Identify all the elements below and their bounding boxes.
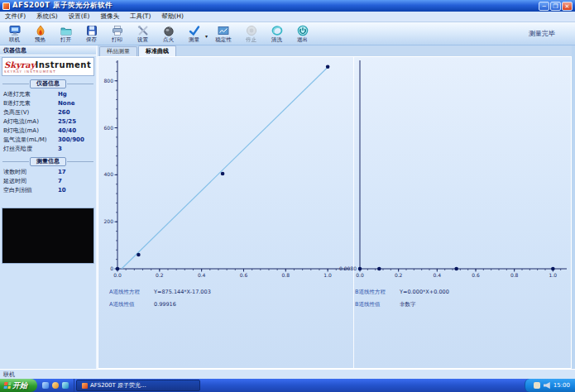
info-row: 负高压(V)260	[0, 108, 96, 117]
toolbar-button-stability[interactable]: 稳定性	[208, 23, 238, 45]
main-area: 样品测量标准曲线 0.00.20.40.60.81.00200400600800…	[98, 45, 575, 369]
info-label: 读数时间	[3, 169, 58, 176]
menu-item-5[interactable]: 帮助(H)	[161, 12, 184, 21]
camera-view	[2, 208, 94, 264]
menu-item-1[interactable]: 系统(S)	[36, 12, 58, 21]
info-value: 17	[58, 169, 93, 176]
chart-a-equation-value: Y=875.144*X-17.003	[154, 289, 211, 296]
toolbar-button-stop[interactable]: 停止	[238, 23, 264, 45]
logo-suffix-text: Instrument	[36, 60, 92, 69]
toolbar-button-label: 联机	[9, 37, 20, 43]
printer-icon	[112, 25, 123, 36]
toolbar-button-preheat[interactable]: 预热	[27, 23, 53, 45]
toolbar-button-connect[interactable]: 联机	[2, 23, 27, 45]
toolbar-button-clean[interactable]: 清洗	[264, 23, 290, 45]
measure-dropdown-arrow-icon[interactable]: ▾	[205, 33, 208, 39]
svg-text:0.6: 0.6	[472, 272, 480, 278]
sidebar-panel-title: 仪器信息	[0, 45, 96, 55]
svg-text:1.0: 1.0	[323, 272, 332, 278]
logo-brand-text: Skyray	[4, 60, 36, 69]
toolbar-button-ignite[interactable]: 点火	[156, 23, 181, 45]
content-area: 仪器信息 SkyrayInstrument SKYRAY INSTRUMENT …	[0, 45, 575, 369]
quick-launch-icon-3[interactable]	[62, 382, 69, 389]
chart-a-equation-label: A道线性方程	[109, 289, 154, 296]
chart-a-linearity-value: 0.99916	[154, 301, 211, 308]
svg-text:0.0080: 0.0080	[339, 265, 357, 271]
tray-icon-1[interactable]	[534, 382, 540, 389]
svg-text:600: 600	[104, 125, 114, 131]
quick-launch-icon-2[interactable]	[52, 382, 59, 389]
task-app-icon	[82, 383, 88, 389]
info-row: B道灯元素None	[0, 99, 96, 108]
minimize-button[interactable]: ─	[539, 2, 549, 11]
toolbar-button-label: 打印	[112, 37, 122, 43]
statusbar: 联机	[0, 369, 575, 379]
svg-text:0.4: 0.4	[198, 272, 206, 278]
titlebar[interactable]: AFS200T 原子荧光分析软件 ─ ❐ ✕	[0, 0, 575, 12]
toolbar-button-measure[interactable]: 测量	[181, 23, 207, 45]
toolbar-button-label: 退出	[297, 37, 308, 43]
task-button-label: AFS200T 原子荧光...	[90, 381, 146, 390]
window-right-edge	[572, 45, 575, 369]
menu-item-0[interactable]: 文件(F)	[5, 12, 26, 21]
skyray-logo: SkyrayInstrument SKYRAY INSTRUMENT	[2, 57, 94, 76]
computer-icon	[9, 25, 21, 36]
quick-launch-icon-1[interactable]	[42, 382, 49, 389]
clean-swirl-icon	[271, 25, 283, 36]
info-label: 氩气流量(mL/M)	[3, 136, 58, 144]
toolbar-button-label: 预热	[35, 37, 46, 43]
start-button-label: 开始	[12, 380, 27, 391]
tab-standard-curve[interactable]: 标准曲线	[138, 45, 176, 56]
window-title: AFS200T 原子荧光分析软件	[12, 1, 113, 11]
taskbar-task-afs200t[interactable]: AFS200T 原子荧光...	[76, 380, 200, 391]
toolbar-button-exit[interactable]: 退出	[290, 23, 315, 45]
info-value: 260	[58, 109, 93, 117]
tray-clock: 15:00	[553, 382, 570, 389]
info-value: 7	[58, 178, 93, 185]
toolbar-button-settings[interactable]: 设置	[130, 23, 156, 45]
app-icon	[2, 2, 10, 10]
menu-item-3[interactable]: 摄像头	[100, 12, 119, 21]
menu-item-2[interactable]: 设置(E)	[69, 12, 90, 21]
measurement-status-text: 测量完毕	[529, 29, 555, 38]
floppy-save-icon	[86, 25, 98, 36]
ignite-sphere-icon	[163, 25, 175, 36]
toolbar-button-save[interactable]: 保存	[79, 23, 104, 45]
start-button[interactable]: 开始	[0, 379, 37, 392]
desktop: AFS200T 原子荧光分析软件 ─ ❐ ✕ 文件(F)系统(S)设置(E)摄像…	[0, 0, 575, 392]
info-value: 40/40	[58, 127, 93, 135]
toolbar-button-label: 测量	[189, 37, 199, 43]
restore-button[interactable]: ❐	[550, 2, 561, 11]
info-value: 25/25	[58, 118, 93, 126]
info-value: 10	[58, 187, 93, 194]
chart-b-linearity-value: 非数字	[400, 301, 449, 308]
info-row: B灯电流(mA)40/40	[0, 127, 96, 136]
info-label: 延迟时间	[3, 178, 58, 185]
info-row: 氩气流量(mL/M)300/900	[0, 136, 96, 145]
svg-text:0.4: 0.4	[434, 272, 442, 278]
close-button[interactable]: ✕	[562, 2, 573, 11]
tab-sample-measure[interactable]: 样品测量	[99, 46, 137, 56]
svg-text:800: 800	[104, 78, 114, 84]
section-title: 测量信息	[30, 157, 66, 166]
info-value: Hg	[58, 91, 93, 98]
svg-text:200: 200	[104, 218, 114, 224]
toolbar-button-print[interactable]: 打印	[104, 23, 130, 45]
svg-text:1.0: 1.0	[549, 272, 558, 278]
chart-b-equation-value: Y=0.000*X+0.000	[400, 289, 449, 296]
standard-curve-panel: 0.00.20.40.60.81.00200400600800 0.00.20.…	[98, 56, 572, 369]
chart-b-annotations: B道线性方程 Y=0.000*X+0.000 B道线性值 非数字	[355, 289, 449, 308]
logo-subtitle-text: SKYRAY INSTRUMENT	[4, 69, 92, 74]
svg-text:0.2: 0.2	[156, 272, 164, 278]
svg-text:400: 400	[104, 171, 114, 177]
tools-icon	[137, 25, 149, 36]
svg-text:0.8: 0.8	[282, 272, 290, 278]
volume-icon[interactable]	[544, 382, 550, 389]
info-label: 灯丝亮暗度	[3, 146, 58, 153]
info-row: A道灯元素Hg	[0, 90, 96, 99]
toolbar-button-open[interactable]: 打开	[53, 23, 79, 45]
toolbar-button-label: 清洗	[271, 37, 282, 43]
info-value: 300/900	[58, 136, 93, 144]
menu-item-4[interactable]: 工具(T)	[130, 12, 151, 21]
toolbar-button-label: 稳定性	[215, 37, 232, 43]
